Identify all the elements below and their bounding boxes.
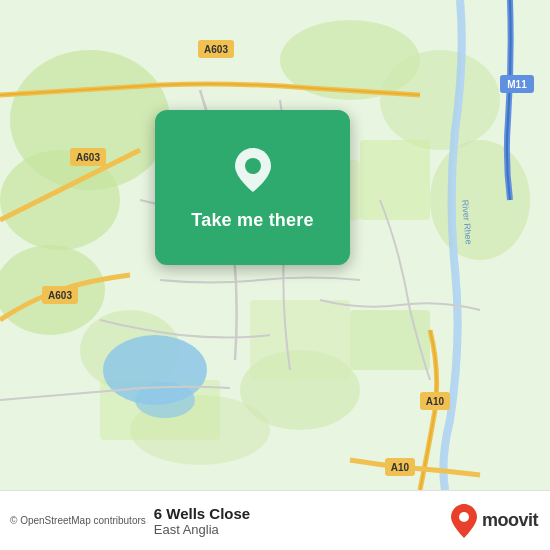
svg-point-30	[245, 158, 261, 174]
svg-rect-10	[250, 300, 350, 380]
moovit-logo: moovit	[450, 503, 538, 539]
address-line: 6 Wells Close	[154, 505, 250, 522]
bottom-bar: © OpenStreetMap contributors 6 Wells Clo…	[0, 490, 550, 550]
address-block: 6 Wells Close East Anglia	[154, 505, 450, 537]
svg-text:A603: A603	[48, 290, 72, 301]
moovit-brand-text: moovit	[482, 510, 538, 531]
svg-text:A603: A603	[204, 44, 228, 55]
svg-point-31	[459, 512, 469, 522]
svg-point-6	[380, 50, 500, 150]
moovit-pin-icon	[450, 503, 478, 539]
svg-point-7	[430, 140, 530, 260]
take-me-there-label: Take me there	[191, 210, 313, 231]
svg-text:A10: A10	[426, 396, 445, 407]
svg-text:A603: A603	[76, 152, 100, 163]
map-container: River Rhee A603 A603	[0, 0, 550, 490]
osm-attribution: © OpenStreetMap contributors	[10, 515, 146, 526]
location-pin-icon	[227, 144, 279, 196]
svg-rect-12	[360, 140, 430, 220]
region-line: East Anglia	[154, 522, 219, 537]
svg-text:M11: M11	[507, 79, 527, 90]
take-me-there-card[interactable]: Take me there	[155, 110, 350, 265]
svg-text:A10: A10	[391, 462, 410, 473]
